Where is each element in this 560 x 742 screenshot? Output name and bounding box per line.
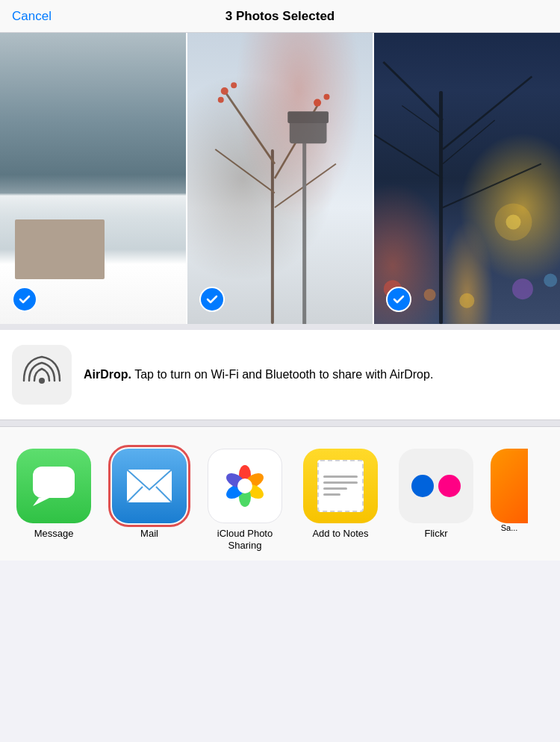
svg-line-15	[443, 77, 532, 150]
check-badge-2	[199, 287, 225, 312]
svg-point-5	[220, 87, 228, 95]
title-suffix: Photos Selected	[236, 9, 335, 23]
check-badge-1	[12, 287, 37, 312]
svg-marker-29	[33, 498, 49, 506]
svg-point-8	[314, 99, 321, 107]
airdrop-label-rest: Tap to turn on Wi-Fi and Bluetooth to sh…	[131, 368, 433, 381]
airdrop-label-bold: AirDrop.	[84, 368, 131, 381]
svg-rect-10	[302, 120, 306, 324]
notes-line-2	[323, 481, 358, 484]
message-app-icon	[16, 449, 91, 523]
svg-rect-30	[127, 470, 172, 502]
svg-point-7	[217, 97, 223, 103]
svg-line-17	[443, 164, 541, 208]
flickr-dot-pink	[438, 475, 461, 497]
svg-rect-12	[287, 111, 329, 123]
message-app-label: Message	[34, 528, 74, 540]
partial-app-label: Sa...	[501, 523, 518, 533]
svg-point-23	[424, 289, 436, 301]
svg-line-18	[402, 106, 444, 135]
photo-thumb-1[interactable]	[0, 33, 186, 324]
app-item-add-to-notes[interactable]: Add to Notes	[296, 449, 385, 540]
svg-point-24	[460, 293, 475, 308]
notes-app-label: Add to Notes	[312, 528, 368, 540]
airdrop-icon-wrap	[12, 345, 72, 405]
app-item-flickr[interactable]: Flickr	[391, 449, 481, 540]
photo-count: 3	[225, 9, 232, 23]
svg-rect-0	[271, 149, 274, 324]
notes-line-1	[323, 476, 358, 478]
notes-line-4	[323, 493, 340, 496]
photo-strip	[0, 33, 560, 324]
svg-rect-13	[439, 91, 443, 324]
apps-section: Message Mail	[0, 426, 560, 561]
section-divider-3	[0, 420, 560, 426]
icloud-photo-app-label: iCloud PhotoSharing	[217, 528, 273, 551]
airdrop-section[interactable]: AirDrop. Tap to turn on Wi-Fi and Blueto…	[0, 330, 560, 420]
cancel-button[interactable]: Cancel	[12, 9, 52, 24]
airdrop-icon	[22, 355, 61, 394]
svg-rect-28	[33, 467, 75, 498]
svg-line-14	[384, 62, 444, 120]
notes-lines-icon	[317, 460, 364, 512]
svg-point-9	[323, 94, 329, 100]
flickr-app-icon	[399, 449, 473, 523]
svg-point-21	[506, 215, 521, 230]
page-title: 3 Photos Selected	[225, 9, 335, 24]
svg-point-26	[544, 274, 558, 287]
section-divider	[0, 324, 560, 330]
svg-line-16	[374, 135, 443, 179]
mail-app-label: Mail	[140, 528, 158, 540]
svg-line-1	[224, 91, 274, 164]
icloud-photo-app-icon	[208, 449, 282, 523]
svg-line-3	[215, 149, 275, 193]
notes-app-icon	[303, 449, 378, 523]
flickr-dots	[411, 475, 461, 497]
app-item-message[interactable]: Message	[9, 449, 99, 540]
notes-line-3	[323, 487, 347, 490]
svg-point-6	[231, 82, 237, 88]
photo-thumb-3[interactable]	[373, 33, 560, 324]
airdrop-description: AirDrop. Tap to turn on Wi-Fi and Blueto…	[84, 367, 433, 383]
app-item-mail[interactable]: Mail	[105, 449, 194, 540]
app-item-partial[interactable]: Sa...	[487, 449, 532, 533]
photo-thumb-2[interactable]	[186, 33, 373, 324]
svg-point-25	[512, 278, 533, 299]
app-item-icloud-photo[interactable]: iCloud PhotoSharing	[200, 449, 290, 551]
apps-row: Message Mail	[0, 437, 560, 551]
flickr-app-label: Flickr	[424, 528, 447, 540]
header: Cancel 3 Photos Selected	[0, 0, 560, 33]
mail-app-icon	[112, 449, 187, 523]
svg-point-39	[237, 478, 252, 493]
partial-app-icon	[491, 449, 528, 523]
svg-point-27	[39, 378, 45, 384]
flickr-dot-blue	[411, 475, 434, 497]
